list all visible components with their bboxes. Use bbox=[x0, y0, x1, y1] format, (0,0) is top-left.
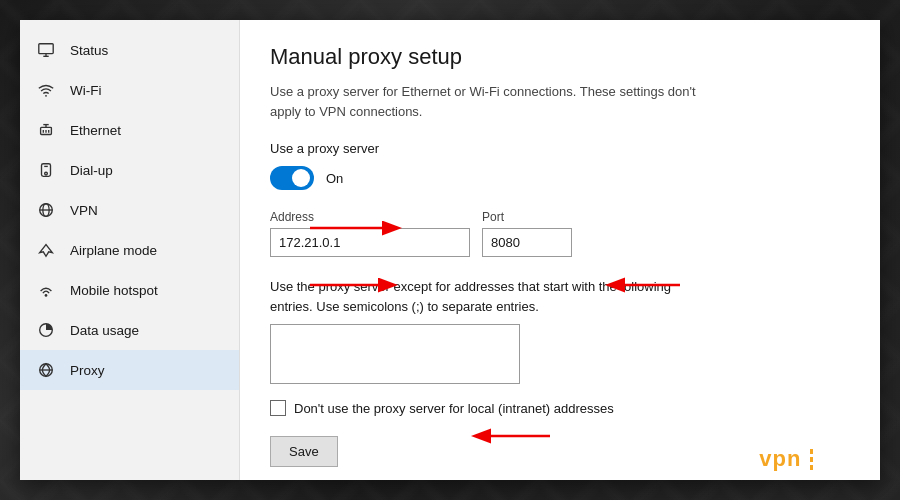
address-label: Address bbox=[270, 210, 470, 224]
address-port-row: Address Port bbox=[270, 210, 850, 257]
svg-point-16 bbox=[45, 294, 48, 297]
hotspot-icon bbox=[36, 280, 56, 300]
toggle-state-label: On bbox=[326, 171, 343, 186]
save-button[interactable]: Save bbox=[270, 436, 338, 467]
sidebar-item-status[interactable]: Status bbox=[20, 30, 239, 70]
sidebar-label-datausage: Data usage bbox=[70, 323, 139, 338]
exceptions-textarea[interactable] bbox=[270, 324, 520, 384]
local-checkbox-row: Don't use the proxy server for local (in… bbox=[270, 400, 850, 416]
branding: vpn central bbox=[759, 446, 872, 472]
exceptions-description: Use the proxy server except for addresse… bbox=[270, 277, 700, 316]
use-proxy-label: Use a proxy server bbox=[270, 141, 850, 156]
address-input[interactable] bbox=[270, 228, 470, 257]
sidebar-label-vpn: VPN bbox=[70, 203, 98, 218]
wifi-icon bbox=[36, 80, 56, 100]
local-checkbox[interactable] bbox=[270, 400, 286, 416]
sidebar-label-dialup: Dial-up bbox=[70, 163, 113, 178]
settings-window: Status Wi-Fi bbox=[20, 20, 880, 480]
branding-central-text: central bbox=[822, 452, 872, 467]
sidebar: Status Wi-Fi bbox=[20, 20, 240, 480]
svg-rect-0 bbox=[39, 44, 53, 54]
port-input[interactable] bbox=[482, 228, 572, 257]
monitor-icon bbox=[36, 40, 56, 60]
ethernet-icon bbox=[36, 120, 56, 140]
branding-vpn-text: vpn bbox=[759, 446, 801, 472]
data-icon bbox=[36, 320, 56, 340]
sidebar-item-vpn[interactable]: VPN bbox=[20, 190, 239, 230]
svg-point-3 bbox=[45, 95, 47, 97]
main-panel: Manual proxy setup Use a proxy server fo… bbox=[240, 20, 880, 480]
sidebar-label-status: Status bbox=[70, 43, 108, 58]
port-label: Port bbox=[482, 210, 572, 224]
sidebar-label-wifi: Wi-Fi bbox=[70, 83, 101, 98]
address-group: Address bbox=[270, 210, 470, 257]
svg-point-12 bbox=[45, 172, 48, 175]
sidebar-item-ethernet[interactable]: Ethernet bbox=[20, 110, 239, 150]
sidebar-item-wifi[interactable]: Wi-Fi bbox=[20, 70, 239, 110]
vpn-icon bbox=[36, 200, 56, 220]
sidebar-item-proxy[interactable]: Proxy bbox=[20, 350, 239, 390]
checkbox-label: Don't use the proxy server for local (in… bbox=[294, 401, 614, 416]
sidebar-label-hotspot: Mobile hotspot bbox=[70, 283, 158, 298]
airplane-icon bbox=[36, 240, 56, 260]
sidebar-label-airplane: Airplane mode bbox=[70, 243, 157, 258]
page-title: Manual proxy setup bbox=[270, 44, 850, 70]
sidebar-label-proxy: Proxy bbox=[70, 363, 105, 378]
port-group: Port bbox=[482, 210, 572, 257]
sidebar-item-datausage[interactable]: Data usage bbox=[20, 310, 239, 350]
toggle-row: On bbox=[270, 166, 850, 190]
dialup-icon bbox=[36, 160, 56, 180]
sidebar-item-hotspot[interactable]: Mobile hotspot bbox=[20, 270, 239, 310]
sidebar-item-dialup[interactable]: Dial-up bbox=[20, 150, 239, 190]
description-text: Use a proxy server for Ethernet or Wi-Fi… bbox=[270, 82, 700, 121]
sidebar-label-ethernet: Ethernet bbox=[70, 123, 121, 138]
proxy-toggle[interactable] bbox=[270, 166, 314, 190]
proxy-icon bbox=[36, 360, 56, 380]
sidebar-item-airplane[interactable]: Airplane mode bbox=[20, 230, 239, 270]
